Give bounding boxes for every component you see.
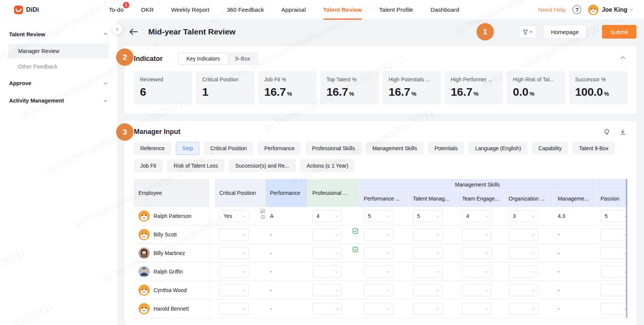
sidebar-collapse-button[interactable] (112, 24, 123, 34)
tab-9-box[interactable]: 9–Box (228, 53, 258, 64)
chip-actions-1-year[interactable]: Actions (≤ 1 Year) (300, 159, 355, 172)
performance-mgmt-cell (359, 263, 408, 281)
chevron-down-icon (436, 288, 439, 291)
critical-position-select[interactable] (219, 284, 249, 296)
download-icon[interactable] (620, 129, 626, 135)
performance-cell: - (265, 281, 308, 299)
nav-item-okr[interactable]: OKR (141, 0, 154, 20)
nav-label: To-do (109, 6, 124, 13)
chip-job-fit[interactable]: Job Fit (134, 159, 163, 172)
professional-select[interactable] (312, 303, 342, 315)
nav-item-360-feedback[interactable]: 360 Feedback (227, 0, 264, 20)
performance-mgmt-select[interactable]: 5 (364, 210, 393, 222)
organization-select[interactable] (509, 266, 538, 278)
tab-key-indicators[interactable]: Key Indicators (179, 53, 228, 64)
talent-management-select[interactable] (413, 284, 442, 296)
team-engagement-select[interactable] (462, 229, 492, 241)
organization-select[interactable] (509, 303, 538, 315)
nav-item-appraisal[interactable]: Appraisal (281, 0, 306, 20)
help-icon[interactable]: ? (573, 5, 581, 14)
professional-select[interactable] (312, 266, 342, 278)
passion-select[interactable]: 5 (601, 210, 627, 222)
brand-logo[interactable]: DiDi (14, 5, 109, 15)
sidebar-item-manager-review[interactable]: Manager Review (8, 44, 109, 59)
performance-mgmt-select[interactable] (364, 229, 393, 241)
chip-professional-skills[interactable]: Professional Skills (306, 142, 362, 155)
user-menu[interactable]: Joe King (588, 5, 633, 15)
sidebar-section-activity-management[interactable]: Activity Management (8, 92, 109, 109)
team-engagement-select[interactable] (462, 303, 492, 315)
talent-management-select[interactable]: 5 (413, 210, 442, 222)
talent-management-select[interactable] (413, 266, 442, 278)
passion-select[interactable] (601, 229, 627, 241)
talent-management-select[interactable] (413, 303, 442, 315)
chip-successors[interactable]: Successor(s) and Re... (229, 159, 295, 172)
sidebar-section-talent-review[interactable]: Talent Review (8, 26, 109, 43)
chip-language-english[interactable]: Language (English) (469, 142, 527, 155)
organization-select[interactable] (509, 229, 538, 241)
critical-position-select[interactable] (219, 266, 249, 278)
performance-mgmt-select[interactable] (364, 247, 393, 259)
sidebar-item-other-feedback[interactable]: Other Feedback (8, 59, 109, 74)
chip-talent-9-box[interactable]: Talent 9-Box (573, 142, 615, 155)
history-clock-icon[interactable] (261, 215, 265, 219)
critical-position-select[interactable] (219, 229, 249, 241)
organization-select[interactable] (509, 284, 538, 296)
chip-reference[interactable]: Reference (134, 142, 171, 155)
need-help-link[interactable]: Need Help (538, 6, 566, 13)
critical-position-select[interactable] (219, 247, 249, 259)
team-engagement-select[interactable] (462, 266, 492, 278)
chip-performance[interactable]: Performance (258, 142, 301, 155)
nav-item-weekly-report[interactable]: Weekly Report (171, 0, 209, 20)
performance-mgmt-select[interactable] (364, 303, 393, 315)
passion-select[interactable] (601, 247, 627, 259)
nav-item-talent-profile[interactable]: Talent Profile (379, 0, 413, 20)
passion-cell: 5 (596, 207, 627, 225)
employee-cell: Ralph Patterson (134, 207, 209, 225)
talent-management-select[interactable] (413, 229, 442, 241)
professional-select[interactable] (312, 229, 342, 241)
nav-item-todo[interactable]: To-do 1 (109, 0, 124, 20)
table-row: Billy Martinez - - (134, 244, 627, 263)
nav-item-talent-review[interactable]: Talent Review (323, 0, 362, 20)
employee-cell: Billy Scott (134, 225, 209, 244)
topbar-right-cluster: Need Help ? Joe King (538, 5, 633, 15)
passion-select[interactable] (601, 303, 627, 315)
chip-critical-position[interactable]: Critical Position (204, 142, 253, 155)
back-button[interactable] (129, 28, 138, 35)
talent-management-select[interactable] (413, 247, 442, 259)
organization-select[interactable]: 3 (509, 210, 538, 222)
homepage-button[interactable]: Homepage (543, 25, 587, 39)
table-vertical-scrollbar[interactable] (626, 179, 627, 318)
submit-button[interactable]: Submit (602, 25, 636, 39)
critical-position-select[interactable]: Yes (219, 210, 249, 222)
performance-mgmt-select[interactable] (364, 266, 393, 278)
chip-risk-of-talent-loss[interactable]: Risk of Talent Loss (167, 159, 224, 172)
team-engagement-select[interactable] (462, 284, 492, 296)
chip-potentials[interactable]: Potentials (428, 142, 464, 155)
sidebar: Talent Review Manager Review Other Feedb… (0, 20, 117, 325)
manager-input-section: 3 Manager Input Reference Step Critical … (125, 121, 636, 325)
filter-button[interactable] (519, 25, 536, 38)
filter-funnel-icon (523, 29, 528, 35)
chip-capability[interactable]: Capability (532, 142, 568, 155)
organization-select[interactable] (509, 247, 538, 259)
lightbulb-icon[interactable] (604, 129, 610, 135)
performance-mgmt-select[interactable] (364, 284, 393, 296)
nav-item-dashboard[interactable]: Dashboard (430, 0, 459, 20)
chip-management-skills[interactable]: Management Skills (366, 142, 424, 155)
professional-select[interactable] (312, 284, 342, 296)
team-engagement-select[interactable]: 4 (462, 210, 492, 222)
comment-edit-icon[interactable] (260, 208, 265, 214)
passion-select[interactable] (601, 284, 627, 296)
passion-select[interactable] (601, 266, 627, 278)
collapse-indicator-icon[interactable] (621, 56, 625, 61)
professional-select[interactable]: 4 (312, 210, 342, 222)
team-engagement-select[interactable] (462, 247, 492, 259)
critical-position-select[interactable] (219, 303, 249, 315)
professional-select[interactable] (312, 247, 342, 259)
employee-name: Ralph Griffin (154, 269, 183, 275)
chip-step[interactable]: Step (176, 142, 200, 155)
employee-name: Ralph Patterson (154, 213, 191, 219)
sidebar-section-approve[interactable]: Approve (8, 75, 109, 92)
